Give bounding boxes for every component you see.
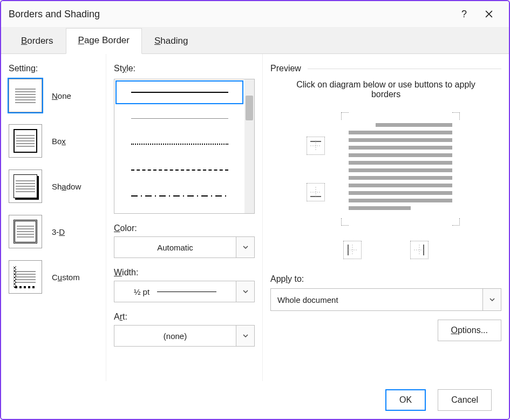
art-combo[interactable]: (none) bbox=[114, 325, 255, 347]
color-value: Automatic bbox=[114, 237, 236, 258]
setting-option-box[interactable]: Box bbox=[9, 124, 98, 158]
color-combo[interactable]: Automatic bbox=[114, 236, 255, 258]
close-button[interactable] bbox=[477, 1, 501, 27]
style-label: Style: bbox=[114, 64, 255, 73]
tab-shading[interactable]: Shading bbox=[142, 29, 200, 54]
setting-option-label: None bbox=[52, 91, 71, 100]
borders-and-shading-dialog: Borders and Shading ? Borders Page Borde… bbox=[0, 0, 510, 420]
apply-to-value: Whole document bbox=[271, 289, 482, 310]
border-left-button[interactable] bbox=[343, 241, 362, 259]
art-value: (none) bbox=[114, 326, 236, 346]
options-button[interactable]: Options... bbox=[438, 320, 501, 341]
style-item-hair[interactable] bbox=[114, 105, 244, 131]
style-column: Style: Color: Automatic Width: ½ pt bbox=[106, 54, 263, 381]
setting-option-label: Box bbox=[52, 137, 66, 146]
width-sample-icon bbox=[157, 292, 216, 292]
tab-borders[interactable]: Borders bbox=[9, 29, 66, 54]
border-top-button[interactable] bbox=[307, 137, 325, 155]
color-label: Color: bbox=[114, 223, 255, 233]
setting-label: Setting: bbox=[9, 64, 98, 73]
art-dropdown-button[interactable] bbox=[236, 326, 254, 346]
style-item-dashed[interactable] bbox=[114, 157, 244, 183]
setting-option-label: Shadow bbox=[52, 182, 81, 191]
border-bottom-button[interactable] bbox=[307, 183, 325, 201]
dialog-title: Borders and Shading bbox=[9, 9, 452, 20]
setting-option-3d[interactable]: 3-D bbox=[9, 215, 98, 248]
color-dropdown-button[interactable] bbox=[236, 237, 254, 258]
setting-option-shadow[interactable]: Shadow bbox=[9, 170, 98, 203]
apply-to-dropdown-button[interactable] bbox=[482, 289, 501, 310]
art-label: Art: bbox=[114, 312, 255, 322]
style-scrollbar[interactable] bbox=[244, 79, 254, 213]
dialog-footer: OK Cancel bbox=[1, 381, 509, 419]
setting-option-custom[interactable]: Custom bbox=[9, 260, 98, 294]
preview-hint: Click on diagram below or use buttons to… bbox=[292, 80, 480, 99]
style-item-solid[interactable] bbox=[114, 79, 244, 105]
tab-bar: Borders Page Border Shading bbox=[1, 27, 509, 54]
setting-column: Setting: None Box bbox=[1, 54, 106, 381]
setting-option-label: Custom bbox=[52, 273, 80, 282]
style-item-dotted[interactable] bbox=[114, 131, 244, 157]
ok-button[interactable]: OK bbox=[385, 389, 426, 411]
setting-option-none[interactable]: None bbox=[9, 79, 98, 112]
preview-page[interactable] bbox=[336, 107, 465, 231]
tab-page-border[interactable]: Page Border bbox=[66, 28, 142, 54]
preview-label: Preview bbox=[270, 64, 301, 73]
titlebar: Borders and Shading ? bbox=[1, 1, 509, 27]
width-dropdown-button[interactable] bbox=[236, 281, 254, 302]
preview-column: Preview Click on diagram below or use bu… bbox=[263, 54, 509, 381]
width-combo[interactable]: ½ pt bbox=[114, 281, 255, 302]
border-right-button[interactable] bbox=[410, 241, 429, 259]
cancel-button[interactable]: Cancel bbox=[438, 389, 492, 411]
width-value: ½ pt bbox=[114, 281, 236, 302]
setting-option-label: 3-D bbox=[52, 227, 65, 236]
apply-to-combo[interactable]: Whole document bbox=[270, 288, 501, 311]
style-list[interactable] bbox=[114, 79, 255, 214]
help-button[interactable]: ? bbox=[452, 1, 477, 27]
width-label: Width: bbox=[114, 268, 255, 277]
apply-to-label: Apply to: bbox=[270, 274, 501, 284]
style-item-dashdot[interactable] bbox=[114, 183, 244, 209]
